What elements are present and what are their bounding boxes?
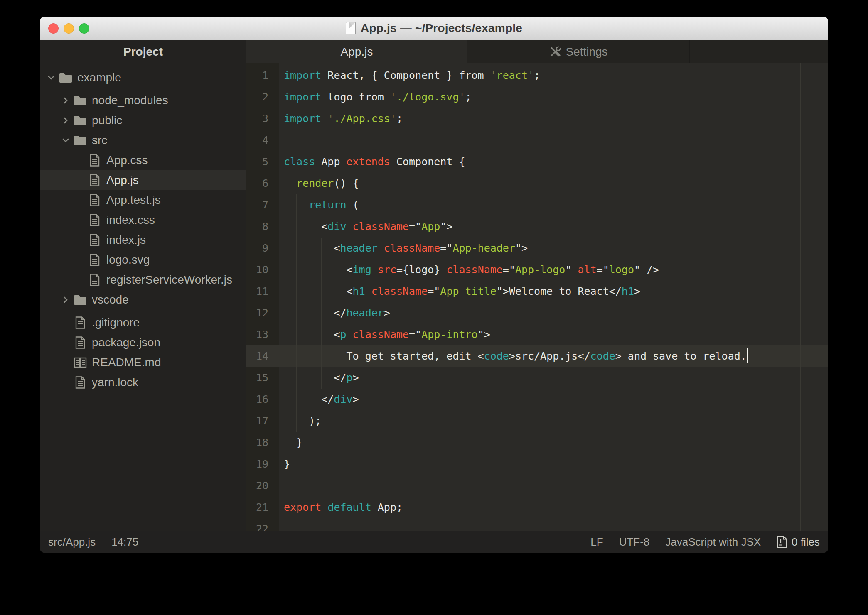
- status-file-path[interactable]: src/App.js: [48, 536, 96, 549]
- tree-item-app-js[interactable]: App.js: [40, 170, 246, 190]
- code-line-14[interactable]: 14 To get started, edit <code>src/App.js…: [246, 345, 828, 367]
- line-number[interactable]: 20: [246, 475, 279, 497]
- status-right: LF UTF-8 JavaScript with JSX 0 files: [590, 536, 820, 549]
- code-line-13[interactable]: 13 <p className="App-intro">: [246, 324, 828, 345]
- code-line-15[interactable]: 15 </p>: [246, 367, 828, 389]
- line-number[interactable]: 5: [246, 151, 279, 173]
- tree-item--gitignore[interactable]: .gitignore: [40, 313, 246, 333]
- status-encoding[interactable]: UTF-8: [619, 536, 650, 549]
- tree-item-package-json[interactable]: package.json: [40, 333, 246, 353]
- code-line-4[interactable]: 4: [246, 130, 828, 151]
- chevron-right-icon[interactable]: [61, 115, 71, 125]
- traffic-lights: [48, 17, 89, 40]
- code-line-10[interactable]: 10 <img src={logo} className="App-logo" …: [246, 259, 828, 281]
- status-line-ending[interactable]: LF: [590, 536, 603, 549]
- document-proxy-icon: [346, 22, 356, 34]
- folder-icon: [73, 93, 87, 108]
- code-line-7[interactable]: 7 return (: [246, 194, 828, 216]
- code-line-17[interactable]: 17 );: [246, 410, 828, 432]
- sidebar-header: Project: [40, 40, 246, 63]
- line-number[interactable]: 15: [246, 367, 279, 389]
- tree-item-yarn-lock[interactable]: yarn.lock: [40, 372, 246, 392]
- tree-item-label: node_modules: [92, 94, 168, 107]
- code-line-5[interactable]: 5class App extends Component {: [246, 151, 828, 173]
- tree-item-label: src: [92, 134, 107, 147]
- line-number[interactable]: 19: [246, 453, 279, 475]
- tree-item-readme-md[interactable]: README.md: [40, 353, 246, 372]
- tree-item-index-css[interactable]: index.css: [40, 210, 246, 230]
- line-number[interactable]: 7: [246, 194, 279, 216]
- code-editor[interactable]: 1import React, { Component } from 'react…: [246, 63, 828, 531]
- line-number[interactable]: 9: [246, 238, 279, 259]
- line-number[interactable]: 13: [246, 324, 279, 345]
- line-number[interactable]: 14: [246, 345, 279, 367]
- line-number[interactable]: 11: [246, 281, 279, 302]
- code-line-12[interactable]: 12 </header>: [246, 302, 828, 324]
- code-line-2[interactable]: 2import logo from './logo.svg';: [246, 86, 828, 108]
- code-line-8[interactable]: 8 <div className="App">: [246, 216, 828, 238]
- line-number[interactable]: 12: [246, 302, 279, 324]
- line-number[interactable]: 8: [246, 216, 279, 238]
- tree-item-vscode[interactable]: vscode: [40, 290, 246, 310]
- code-text: <header className="App-header">: [284, 238, 528, 259]
- git-status[interactable]: 0 files: [777, 536, 820, 549]
- line-number[interactable]: 16: [246, 389, 279, 410]
- tab-settings[interactable]: Settings: [467, 40, 690, 63]
- tree-item-node-modules[interactable]: node_modules: [40, 91, 246, 110]
- chevron-down-icon[interactable]: [61, 135, 71, 145]
- code-line-18[interactable]: 18 }: [246, 432, 828, 453]
- tree-item-label: index.css: [106, 213, 155, 227]
- tab-appjs-label: App.js: [341, 45, 373, 59]
- tree-item-app-test-js[interactable]: App.test.js: [40, 190, 246, 210]
- line-number[interactable]: 22: [246, 518, 279, 531]
- title-wrap: App.js — ~/Projects/example: [346, 22, 522, 35]
- status-cursor-position[interactable]: 14:75: [111, 536, 138, 549]
- tree-item-label: App.test.js: [106, 194, 161, 207]
- tree-item-public[interactable]: public: [40, 110, 246, 130]
- code-line-11[interactable]: 11 <h1 className="App-title">Welcome to …: [246, 281, 828, 302]
- code-text: import React, { Component } from 'react'…: [284, 65, 540, 86]
- code-line-3[interactable]: 3import './App.css';: [246, 108, 828, 130]
- minimize-button[interactable]: [64, 23, 74, 34]
- tree-item-logo-svg[interactable]: logo.svg: [40, 250, 246, 270]
- zoom-button[interactable]: [79, 23, 89, 34]
- tab-appjs[interactable]: App.js: [246, 40, 467, 63]
- line-number[interactable]: 17: [246, 410, 279, 432]
- chevron-down-icon[interactable]: [46, 73, 56, 83]
- code-line-22[interactable]: 22: [246, 518, 828, 531]
- tree-item-label: public: [92, 114, 122, 127]
- tree-item-registerserviceworker-js[interactable]: registerServiceWorker.js: [40, 270, 246, 290]
- close-button[interactable]: [48, 23, 59, 34]
- tree-item-label: logo.svg: [106, 253, 150, 267]
- tree-item-src[interactable]: src: [40, 130, 246, 150]
- line-number[interactable]: 21: [246, 497, 279, 518]
- line-number[interactable]: 1: [246, 65, 279, 86]
- line-number[interactable]: 4: [246, 130, 279, 151]
- file-icon: [73, 375, 87, 390]
- line-number[interactable]: 10: [246, 259, 279, 281]
- tree-item-app-css[interactable]: App.css: [40, 150, 246, 170]
- titlebar[interactable]: App.js — ~/Projects/example: [40, 17, 828, 40]
- code-line-20[interactable]: 20: [246, 475, 828, 497]
- line-number[interactable]: 2: [246, 86, 279, 108]
- line-number[interactable]: 6: [246, 173, 279, 194]
- code-text: </header>: [284, 302, 390, 324]
- status-language[interactable]: JavaScript with JSX: [665, 536, 761, 549]
- code-line-6[interactable]: 6 render() {: [246, 173, 828, 194]
- chevron-right-icon[interactable]: [61, 96, 71, 105]
- code-line-9[interactable]: 9 <header className="App-header">: [246, 238, 828, 259]
- line-number[interactable]: 18: [246, 432, 279, 453]
- line-number[interactable]: 3: [246, 108, 279, 130]
- code-text: <img src={logo} className="App-logo" alt…: [284, 259, 659, 281]
- tree-item-example[interactable]: example: [40, 68, 246, 88]
- file-icon: [73, 316, 87, 330]
- code-line-19[interactable]: 19}: [246, 453, 828, 475]
- chevron-right-icon[interactable]: [61, 295, 71, 305]
- code-line-16[interactable]: 16 </div>: [246, 389, 828, 410]
- code-text: );: [284, 410, 321, 432]
- tree-item-index-js[interactable]: index.js: [40, 230, 246, 250]
- code-line-21[interactable]: 21export default App;: [246, 497, 828, 518]
- code-line-1[interactable]: 1import React, { Component } from 'react…: [246, 65, 828, 86]
- file-icon: [88, 173, 102, 187]
- folder-icon: [73, 113, 87, 127]
